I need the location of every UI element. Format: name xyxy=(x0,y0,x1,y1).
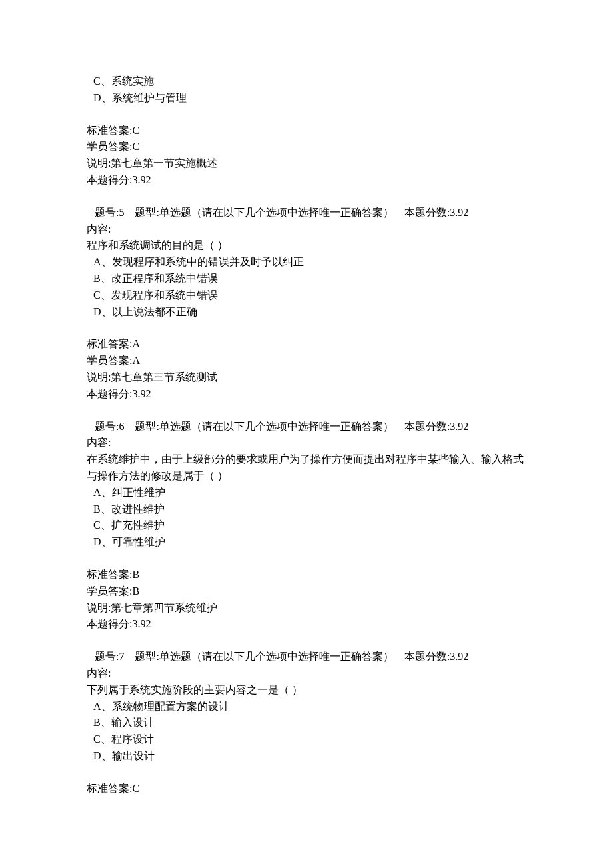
q7-option-c: C、程序设计 xyxy=(87,731,526,748)
q5-standard-answer: 标准答案:A xyxy=(87,336,526,353)
q5-student-answer: 学员答案:A xyxy=(87,353,526,369)
q6-option-d: D、可靠性维护 xyxy=(87,534,526,551)
q6-header: 题号:6 题型:单选题（请在以下几个选项中选择唯一正确答案） 本题分数:3.92 xyxy=(87,419,526,435)
q4-score: 本题得分:3.92 xyxy=(87,172,526,189)
q4-option-d: D、系统维护与管理 xyxy=(87,90,526,107)
q5-option-c: C、发现程序和系统中错误 xyxy=(87,287,526,304)
q7-option-b: B、输入设计 xyxy=(87,715,526,731)
spacer xyxy=(87,633,526,649)
q5-option-a: A、发现程序和系统中的错误并及时予以纠正 xyxy=(87,254,526,271)
q5-option-b: B、改正程序和系统中错误 xyxy=(87,271,526,287)
q6-explanation: 说明:第七章第四节系统维护 xyxy=(87,600,526,617)
q6-standard-answer: 标准答案:B xyxy=(87,567,526,583)
q6-score: 本题得分:3.92 xyxy=(87,616,526,633)
q7-option-a: A、系统物理配置方案的设计 xyxy=(87,699,526,715)
spacer xyxy=(87,765,526,781)
spacer xyxy=(87,189,526,205)
q4-standard-answer: 标准答案:C xyxy=(87,123,526,139)
q7-content-label: 内容: xyxy=(87,665,526,682)
q7-standard-answer: 标准答案:C xyxy=(87,781,526,797)
q4-explanation: 说明:第七章第一节实施概述 xyxy=(87,155,526,172)
spacer xyxy=(87,320,526,336)
q5-header: 题号:5 题型:单选题（请在以下几个选项中选择唯一正确答案） 本题分数:3.92 xyxy=(87,205,526,221)
q5-content-label: 内容: xyxy=(87,221,526,238)
q6-content-label: 内容: xyxy=(87,435,526,451)
q5-stem: 程序和系统调试的目的是（ ） xyxy=(87,237,526,254)
spacer xyxy=(87,403,526,419)
q7-stem: 下列属于系统实施阶段的主要内容之一是（ ） xyxy=(87,682,526,699)
q5-score: 本题得分:3.92 xyxy=(87,386,526,403)
q6-option-b: B、改进性维护 xyxy=(87,501,526,518)
spacer xyxy=(87,107,526,123)
q6-option-c: C、扩充性维护 xyxy=(87,517,526,534)
spacer xyxy=(87,551,526,567)
q4-option-c: C、系统实施 xyxy=(87,73,526,90)
q7-option-d: D、输出设计 xyxy=(87,748,526,765)
q5-option-d: D、以上说法都不正确 xyxy=(87,304,526,321)
q4-student-answer: 学员答案:C xyxy=(87,139,526,155)
q6-student-answer: 学员答案:B xyxy=(87,583,526,600)
q6-option-a: A、纠正性维护 xyxy=(87,485,526,501)
q5-explanation: 说明:第七章第三节系统测试 xyxy=(87,369,526,386)
q7-header: 题号:7 题型:单选题（请在以下几个选项中选择唯一正确答案） 本题分数:3.92 xyxy=(87,649,526,665)
q6-stem: 在系统维护中，由于上级部分的要求或用户为了操作方便而提出对程序中某些输入、输入格… xyxy=(87,451,526,485)
